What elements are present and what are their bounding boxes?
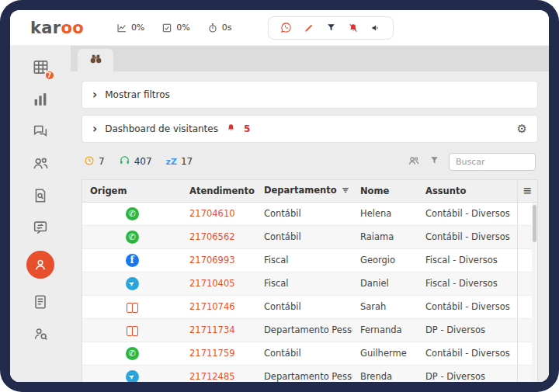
person-search-icon [32, 325, 49, 342]
chats-icon [32, 123, 49, 140]
sidebar: 7 [10, 46, 71, 382]
ticket-link[interactable]: 21704610 [189, 208, 235, 219]
ticket-link[interactable]: 21712485 [189, 371, 235, 382]
sidebar-item-agents[interactable] [32, 325, 49, 342]
metric-resolved: 0% [161, 23, 189, 33]
search-input[interactable] [449, 153, 536, 171]
ticket-link[interactable]: 21706993 [189, 255, 235, 265]
filters-panel-label: Mostrar filtros [105, 89, 170, 100]
ticket-link[interactable]: 21711734 [189, 324, 235, 335]
team-icon [32, 154, 50, 172]
speaker-icon[interactable] [370, 23, 381, 33]
scrollbar-thumb[interactable] [533, 205, 536, 242]
funnel-icon[interactable] [429, 155, 439, 168]
stats-right-tools [408, 153, 536, 171]
tab-bar [71, 46, 549, 71]
telegram-channel-icon [126, 277, 139, 290]
bar-chart-icon [32, 91, 49, 108]
ticket-link[interactable]: 21710405 [189, 278, 235, 289]
topbar-metrics: 0% 0% 0s [116, 23, 232, 33]
sidebar-item-records[interactable] [32, 293, 49, 310]
column-header-atendimento[interactable]: Atendimento [182, 180, 256, 202]
table-row[interactable]: 21710405 Fiscal Daniel Fiscal - Diversos [82, 272, 537, 295]
logo-text-orange: oo [61, 19, 83, 37]
redsquares-channel-icon [126, 300, 139, 314]
sidebar-item-contacts[interactable] [32, 154, 50, 172]
binoculars-icon [89, 51, 103, 69]
facebook-channel-icon [126, 254, 139, 267]
whatsapp-channel-icon [126, 347, 139, 360]
table-row[interactable]: 21706993 Fiscal Georgio Fiscal - Diverso… [82, 248, 537, 272]
stat-in-service: 407 [119, 154, 152, 168]
check-square-icon [161, 23, 172, 33]
table-header-row: Origem Atendimento Departamento Nome Ass… [82, 180, 537, 202]
stat-waiting: 7 [84, 155, 105, 168]
ticket-link[interactable]: 21706562 [189, 231, 235, 242]
visitors-table: Origem Atendimento Departamento Nome Ass… [82, 180, 537, 382]
sidebar-item-chats[interactable] [32, 123, 49, 140]
sort-icon[interactable] [342, 186, 349, 196]
table-row[interactable]: 21710746 Contábil Sarah Contábil - Diver… [82, 295, 537, 318]
table-row[interactable]: 21711759 Contábil Guilherme Contábil - D… [82, 342, 537, 365]
people-icon[interactable] [408, 154, 420, 169]
bell-muted-icon[interactable] [348, 23, 359, 33]
whatsapp-channel-icon [126, 207, 139, 220]
topbar: karoo 0% 0% [10, 10, 549, 46]
alert-bell-icon [226, 123, 236, 135]
table-menu-icon[interactable]: ≡ [523, 184, 532, 196]
table-row[interactable]: 21712485 Departamento Pessoal Brenda DP … [82, 365, 537, 382]
channel-status-pill [268, 16, 394, 40]
column-header-origem[interactable]: Origem [82, 180, 182, 202]
column-header-departamento[interactable]: Departamento [256, 180, 352, 202]
filter-icon[interactable] [326, 23, 336, 33]
line-chart-icon [116, 23, 127, 33]
table-row[interactable]: 21706562 Contábil Raiama Contábil - Dive… [82, 225, 537, 248]
sidebar-item-campaigns[interactable] [32, 219, 49, 236]
stat-idle-value: 17 [181, 156, 193, 167]
table-row[interactable]: 21711734 Departamento Pessoal Fernanda D… [82, 318, 537, 342]
chevron-right-icon[interactable]: › [92, 123, 97, 135]
pen-icon[interactable] [304, 23, 314, 33]
sidebar-item-dashboard[interactable]: 7 [32, 58, 50, 76]
visitor-person-icon [33, 257, 48, 272]
visitors-table-body: 21704610 Contábil Helena Contábil - Dive… [82, 202, 537, 382]
chevron-right-icon[interactable]: › [92, 89, 97, 101]
stat-idle: zZ 17 [166, 156, 193, 167]
ticket-link[interactable]: 21710746 [189, 301, 235, 312]
headset-icon [119, 154, 130, 168]
content: › Mostrar filtros › Dashboard de visitan… [71, 71, 549, 382]
ticket-link[interactable]: 21711759 [189, 348, 235, 359]
document-search-icon [32, 187, 49, 204]
whatsapp-icon[interactable] [280, 22, 292, 33]
metric-conversion: 0% [116, 23, 144, 33]
metric-time: 0s [207, 23, 232, 33]
sidebar-item-reports[interactable] [32, 91, 49, 108]
column-header-menu: ≡ [517, 180, 537, 202]
queue-stats-row: 7 407 zZ 17 [82, 149, 538, 174]
visitors-table-wrap: Origem Atendimento Departamento Nome Ass… [82, 179, 538, 382]
table-scrollbar[interactable] [532, 203, 537, 382]
dashboard-panel-label: Dashboard de visitantes [105, 123, 218, 134]
metric-value: 0s [222, 23, 232, 33]
sidebar-item-history[interactable] [32, 187, 49, 204]
tab-visitors[interactable] [78, 49, 113, 71]
alert-count: 5 [244, 123, 250, 134]
sidebar-item-visitors[interactable] [26, 251, 54, 279]
column-header-assunto[interactable]: Assunto [418, 180, 517, 202]
dashboard-panel[interactable]: › Dashboard de visitantes 5 ⚙ [82, 115, 538, 143]
whatsapp-channel-icon [126, 231, 139, 244]
table-row[interactable]: 21704610 Contábil Helena Contábil - Dive… [82, 202, 537, 225]
app-frame: karoo 0% 0% [0, 0, 559, 392]
clock-icon [84, 155, 95, 168]
stopwatch-icon [207, 23, 218, 33]
karoo-logo: karoo [30, 19, 84, 37]
gear-icon[interactable]: ⚙ [517, 123, 527, 135]
metric-value: 0% [131, 23, 144, 33]
main-area: › Mostrar filtros › Dashboard de visitan… [71, 46, 549, 382]
stat-in-service-value: 407 [134, 156, 152, 167]
column-header-nome[interactable]: Nome [352, 180, 418, 202]
document-list-icon [32, 293, 49, 310]
filters-panel[interactable]: › Mostrar filtros [82, 81, 538, 109]
metric-value: 0% [176, 23, 189, 33]
sleep-zz-icon: zZ [166, 157, 177, 167]
